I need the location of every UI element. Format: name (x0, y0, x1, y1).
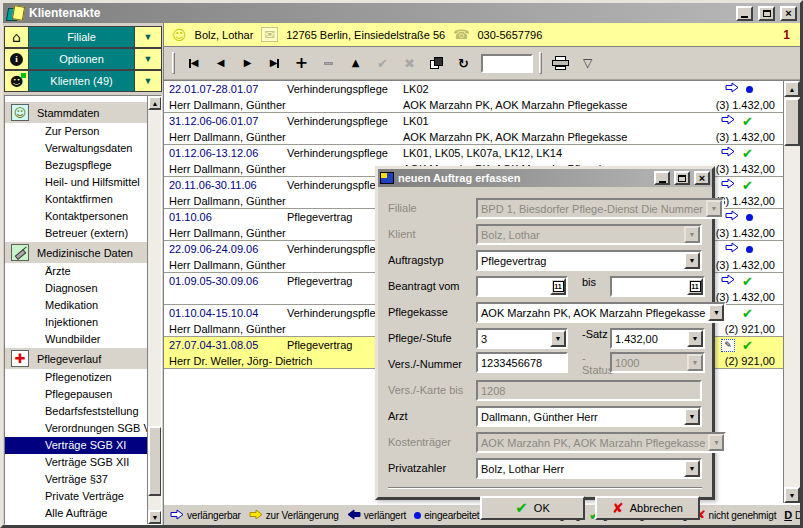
sidebar-item-injektionen[interactable]: Injektionen (5, 314, 161, 331)
sidebar-item-diagnosen[interactable]: Diagnosen (5, 280, 161, 297)
dialog-icon (380, 172, 394, 184)
table-row[interactable]: 31.12.06-06.01.07VerhinderungspflegeLK01… (164, 113, 783, 145)
copy-record-button[interactable] (424, 52, 449, 74)
dropdown-arrow-button[interactable]: ▼ (135, 26, 162, 48)
nav-group-stammdaten[interactable]: ☺Stammdaten (5, 102, 161, 123)
arzt-field[interactable]: Dallmann, Günther Herr▼ (476, 406, 702, 427)
dialog-maximize-button[interactable] (674, 171, 690, 185)
dropdown-arrow-button[interactable]: ▼ (135, 70, 162, 92)
sidebar-item-heil-und-hilfsmittel[interactable]: Heil- und Hilfsmittel (5, 174, 161, 191)
sidebar-item-private-vertr-ge[interactable]: Private Verträge (5, 488, 161, 505)
sidebar-item-vertr-ge-sgb-xi[interactable]: Verträge SGB XI (5, 437, 161, 454)
contract-payer: AOK Marzahn PK, AOK Marzahn Pflegekasse (403, 97, 633, 113)
beantragt-vom-field[interactable]: 11 (476, 276, 568, 297)
sidebar-item-wundbilder[interactable]: Wundbilder (5, 331, 161, 348)
table-scrollbar-thumb[interactable] (784, 98, 800, 146)
contract-type: Verhinderungspflege (287, 145, 403, 161)
extendable-arrow-icon (725, 81, 739, 97)
close-button[interactable]: × (780, 6, 797, 21)
table-scroll-down-button[interactable]: ▼ (784, 487, 800, 503)
scroll-up-button[interactable]: ▲ (148, 96, 162, 110)
filter-button[interactable]: ▽ (575, 52, 600, 74)
sidebar-item-kostenvoranschl-ge[interactable]: Kostenvoranschläge (5, 522, 161, 525)
print-button[interactable] (548, 52, 573, 74)
dropdown-arrow-icon[interactable]: ▼ (684, 460, 700, 477)
sidebar-button-klienten-49-[interactable]: ☻Klienten (49)▼ (4, 70, 162, 92)
maximize-button[interactable] (758, 6, 775, 21)
sidebar-item-bedarfsfeststellung[interactable]: Bedarfsfeststellung (5, 403, 161, 420)
record-search-input[interactable] (481, 54, 533, 73)
scrollbar-thumb[interactable] (148, 426, 162, 496)
dropdown-arrow-icon[interactable]: ▼ (684, 252, 700, 269)
dialog-minimize-icon (659, 181, 666, 183)
field-label-pflegekasse: Pflegekasse (388, 306, 476, 318)
vers-nummer-field[interactable]: 1233456678 (476, 352, 568, 373)
cancel-button[interactable]: ✘ Abbrechen (595, 496, 700, 520)
sidebar-item-verwaltungsdaten[interactable]: Verwaltungsdaten (5, 140, 161, 157)
-satz-field[interactable]: 1.432,00▼ (610, 328, 705, 349)
sidebar-item--rzte[interactable]: Ärzte (5, 263, 161, 280)
sidebar-item-vertr-ge-sgb-xii[interactable]: Verträge SGB XII (5, 454, 161, 471)
refresh-button[interactable]: ↻ (451, 52, 476, 74)
approved-check-icon: ✔ (742, 307, 753, 320)
bis-field-value (612, 278, 687, 295)
last-record-icon (277, 59, 279, 68)
sidebar-button-optionen[interactable]: iOptionen▼ (4, 48, 162, 70)
edit-record-button[interactable]: ▲ (343, 52, 368, 74)
contract-period: 31.12.06-06.01.07 (169, 113, 287, 129)
toolbar-grip[interactable] (172, 52, 175, 74)
sidebar-item-vertr-ge-37[interactable]: Verträge §37 (5, 471, 161, 488)
sidebar-item-bezugspflege[interactable]: Bezugspflege (5, 157, 161, 174)
previous-record-button[interactable]: ◀ (208, 52, 233, 74)
nav-group-label: Pflegeverlauf (37, 353, 101, 365)
sidebar-item-kontaktfirmen[interactable]: Kontaktfirmen (5, 191, 161, 208)
nav-group-pflegeverlauf[interactable]: ✚Pflegeverlauf (5, 348, 161, 369)
status-icons: ✔ (633, 113, 783, 129)
sidebar-item-pflegenotizen[interactable]: Pflegenotizen (5, 369, 161, 386)
ok-button[interactable]: ✔ OK (480, 496, 585, 520)
sidebar-item-verordnungen-sgb-v[interactable]: Verordnungen SGB V (5, 420, 161, 437)
first-record-button[interactable]: ◀ (181, 52, 206, 74)
dropdown-arrow-icon[interactable]: ▼ (687, 330, 703, 347)
table-scroll-up-button[interactable]: ▲ (784, 81, 800, 97)
scroll-down-button[interactable]: ▼ (148, 510, 162, 524)
calendar-button[interactable]: 11 (550, 278, 566, 295)
calendar-button[interactable]: 11 (687, 278, 703, 295)
table-row[interactable]: 22.01.07-28.01.07VerhinderungspflegeLK02… (164, 81, 783, 113)
next-record-button[interactable]: ▶ (235, 52, 260, 74)
legend-label: nicht genehmigt (709, 510, 777, 521)
minimize-button[interactable] (736, 6, 753, 21)
sidebar-button-filiale[interactable]: ⌂Filiale▼ (4, 26, 162, 48)
dropdown-arrow-icon[interactable]: ▼ (684, 408, 700, 425)
sidebar-item-kontaktpersonen[interactable]: Kontaktpersonen (5, 208, 161, 225)
last-record-icon: ▶ (270, 58, 278, 68)
sidebar-item-zur-person[interactable]: Zur Person (5, 123, 161, 140)
dialog-close-button[interactable]: × (694, 171, 710, 185)
cancel-icon: ✖ (404, 57, 415, 70)
sidebar-item-medikation[interactable]: Medikation (5, 297, 161, 314)
sidebar-item-betreuer-extern-[interactable]: Betreuer (extern) (5, 225, 161, 242)
dropdown-arrow-button[interactable]: ▼ (135, 48, 162, 70)
add-record-button[interactable]: + (289, 52, 314, 74)
contract-person: Herr Dallmann, Günther (169, 161, 403, 177)
sidebar-item-alle-auftr-ge[interactable]: Alle Aufträge (5, 505, 161, 522)
sidebar-item-pflegepausen[interactable]: Pflegepausen (5, 386, 161, 403)
contract-period: 01.12.06-13.12.06 (169, 145, 287, 161)
pflegekasse-field[interactable]: AOK Marzahn PK, AOK Marzahn Pflegekasse▼ (476, 302, 726, 323)
pflege-stufe-field[interactable]: 3▼ (476, 328, 568, 349)
dropdown-arrow-icon[interactable]: ▼ (708, 304, 724, 321)
sidebar-scrollbar[interactable]: ▲ ▼ (147, 96, 161, 524)
toolbar-grip2[interactable] (539, 52, 542, 74)
contract-type: Verhinderungspflege (287, 81, 403, 97)
auftragstyp-field[interactable]: Pflegevertrag▼ (476, 250, 702, 271)
nav-group-medizinische-daten[interactable]: Medizinische Daten (5, 242, 161, 263)
bis-field[interactable]: 11 (610, 276, 705, 297)
calendar-icon: 11 (553, 281, 564, 292)
field-label--status: -Status (568, 352, 610, 376)
privatzahler-field[interactable]: Bolz, Lothar Herr▼ (476, 458, 702, 479)
dialog-minimize-button[interactable] (654, 171, 670, 185)
last-record-button[interactable]: ▶ (262, 52, 287, 74)
table-scrollbar[interactable]: ▲ ▼ (783, 81, 800, 503)
dropdown-arrow-icon[interactable]: ▼ (550, 330, 566, 347)
cancel-label: Abbrechen (630, 502, 683, 514)
